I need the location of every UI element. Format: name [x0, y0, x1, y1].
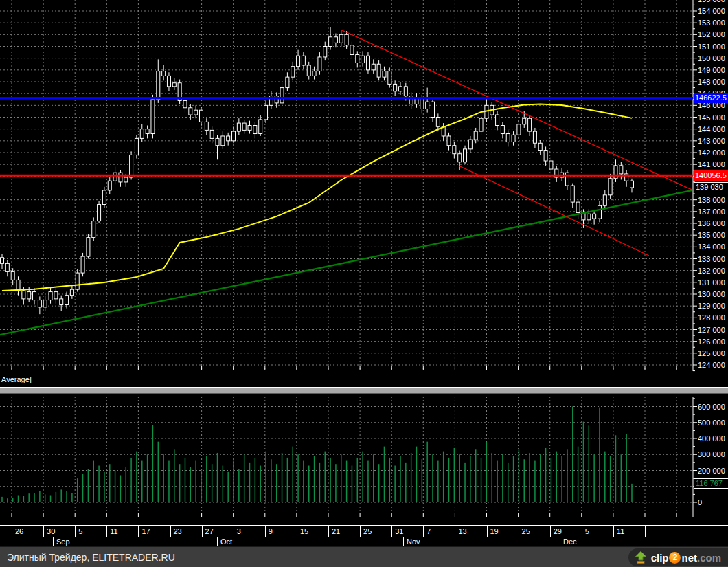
svg-text:200 000: 200 000 [698, 467, 725, 475]
date-cell: 7 [423, 526, 455, 537]
candlestick-series [1, 27, 634, 314]
date-cell: 21 [328, 526, 360, 537]
date-cell: 30 [43, 526, 75, 537]
date-cell: 27 [202, 526, 234, 537]
clip2net-logo[interactable]: clip 2 net .com [628, 548, 728, 566]
svg-text:136 000: 136 000 [698, 219, 725, 227]
date-cell-divider [690, 526, 696, 537]
blue-price-label: 146622.5 [694, 93, 728, 103]
svg-text:155 000: 155 000 [698, 0, 725, 3]
svg-text:150 000: 150 000 [698, 54, 725, 63]
date-cell: 11 [106, 526, 138, 537]
date-cell: 5 [75, 526, 106, 537]
svg-text:129 000: 129 000 [698, 302, 725, 310]
logo-com-text: .com [697, 552, 721, 564]
date-cell: 9 [265, 526, 297, 537]
svg-text:126 000: 126 000 [698, 337, 725, 346]
date-cell-divider [645, 526, 652, 537]
date-cell: 15 [297, 526, 328, 537]
svg-text:134 000: 134 000 [698, 243, 725, 251]
date-cell: 26 [12, 526, 43, 537]
current-price-label: 139 030 [694, 182, 728, 192]
svg-text:130 000: 130 000 [698, 290, 725, 298]
svg-text:137 000: 137 000 [698, 208, 725, 216]
svg-text:143 000: 143 000 [698, 137, 725, 145]
logo-2-badge: 2 [669, 552, 681, 564]
date-cell: 17 [138, 526, 170, 537]
svg-text:151 000: 151 000 [698, 43, 725, 51]
red-price-label: 140056.5 [694, 170, 728, 181]
volume-axis: 0100 000200 000300 000400 000500 000600 … [693, 399, 725, 507]
month-label: Dec [560, 537, 577, 546]
svg-text:0: 0 [698, 498, 702, 507]
svg-text:127 000: 127 000 [698, 326, 725, 334]
logo-clip-text: clip [651, 552, 669, 564]
month-label: Oct [217, 537, 232, 546]
svg-text:500 000: 500 000 [698, 419, 725, 427]
svg-text:135 000: 135 000 [698, 231, 725, 239]
svg-text:128 000: 128 000 [698, 313, 725, 322]
date-cell: 11 [613, 526, 645, 537]
date-cell: 31 [391, 526, 423, 537]
panel-splitter[interactable] [0, 387, 728, 394]
date-cell: 13 [455, 526, 486, 537]
svg-text:148 000: 148 000 [698, 78, 725, 86]
date-cell: 19 [487, 526, 519, 537]
status-bar: Элитный Трейдер, ELITETRADER.RU clip 2 n… [0, 546, 728, 567]
date-cell: 3 [234, 526, 265, 537]
svg-text:141 000: 141 000 [698, 160, 725, 168]
date-cell: 25 [519, 526, 550, 537]
current-volume-label: 116 767 [694, 478, 728, 489]
date-cell: 5 [582, 526, 613, 537]
moving-average-line [2, 104, 632, 291]
date-axis: 26305111723273915212531713192529511 [0, 525, 728, 538]
month-label: Nov [403, 537, 420, 546]
svg-text:125 000: 125 000 [698, 349, 725, 357]
svg-text:600 000: 600 000 [698, 403, 725, 411]
svg-text:145 000: 145 000 [698, 113, 725, 122]
svg-text:149 000: 149 000 [698, 66, 725, 74]
svg-text:138 000: 138 000 [698, 196, 725, 204]
date-cell: 25 [360, 526, 391, 537]
clip2net-arrow-icon [634, 551, 648, 564]
date-cell: 29 [550, 526, 582, 537]
svg-text:142 000: 142 000 [698, 148, 725, 157]
svg-text:131 000: 131 000 [698, 278, 725, 287]
date-cell: 23 [170, 526, 202, 537]
logo-net-text: net [681, 552, 697, 564]
indicator-label: Average] [1, 375, 32, 383]
svg-text:152 000: 152 000 [698, 30, 725, 38]
svg-text:400 000: 400 000 [698, 434, 725, 443]
trading-terminal-window: 124 000125 000126 000127 000128 000129 0… [0, 0, 728, 567]
svg-text:124 000: 124 000 [698, 361, 725, 369]
month-axis: SepOctNovDec [0, 537, 728, 546]
status-text: Элитный Трейдер, ELITETRADER.RU [7, 552, 628, 563]
svg-text:300 000: 300 000 [698, 450, 725, 458]
svg-text:153 000: 153 000 [698, 19, 725, 27]
svg-text:154 000: 154 000 [698, 7, 725, 15]
svg-text:132 000: 132 000 [698, 267, 725, 275]
price-volume-chart-canvas[interactable]: 124 000125 000126 000127 000128 000129 0… [0, 0, 728, 524]
svg-text:133 000: 133 000 [698, 255, 725, 263]
trendlines [0, 30, 692, 335]
svg-text:144 000: 144 000 [698, 125, 725, 133]
month-label: Sep [53, 537, 70, 546]
